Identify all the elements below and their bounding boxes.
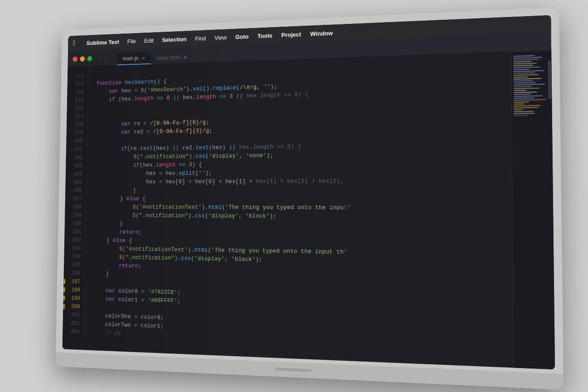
line-num-194: 194 [64,252,85,261]
mini-line [514,111,533,112]
tab-main-js-close[interactable]: ✕ [141,55,145,60]
mini-line [513,62,537,64]
line-num-186: 186 [65,187,86,195]
scrollbar[interactable] [547,51,555,369]
tab-main-js-label: main.js [123,55,138,61]
tab-main-js[interactable]: main.js ✕ [117,52,151,65]
line-num-185: 185 [65,178,86,187]
line-num-201: 201 [63,311,84,320]
line-num-198: 198 [63,285,85,294]
code-line-185: hex = hex[0] + hex[0] + hex[1] + hex[1] … [95,176,512,186]
minimap[interactable] [511,51,555,369]
mini-line [514,72,535,74]
mini-line [514,76,528,78]
line-num-197: 197 [63,277,85,286]
mini-line [514,64,533,66]
tabs-bar: main.js ✕ index.html ✕ [117,46,192,65]
line-num-175: 175 [67,96,88,105]
scroll-thumb[interactable] [548,60,552,99]
mini-line [514,91,537,93]
line-num-203: 203 [62,327,84,336]
line-num-193: 193 [64,244,85,253]
line-num-195: 195 [64,261,85,269]
menu-find[interactable]: Find [195,34,206,41]
mini-line [514,68,530,70]
mini-line [514,85,531,87]
line-num-178: 178 [67,121,87,130]
menu-goto[interactable]: Goto [235,33,249,40]
tab-index-html-label: index.html [157,54,180,61]
line-num-181: 181 [66,145,87,153]
code-line-186: } [95,185,512,194]
menu-selection[interactable]: Selection [162,35,187,43]
line-num-173: 173 [68,80,88,89]
apple-icon:  [73,40,77,47]
mini-line [514,87,539,89]
mini-line [514,107,538,108]
mini-line [514,101,529,102]
line-num-176: 176 [67,104,88,113]
laptop-frame:  Sublime Text File Edit Selection Find … [56,7,564,390]
editor-area: 172 173 174 175 176 177 178 179 180 181 … [62,51,555,369]
code-line-187: } else { [94,194,512,204]
line-num-196: 196 [64,269,85,278]
code-area[interactable]: function hexSearch() { var hex = $('#hex… [84,52,514,368]
mini-line [514,90,526,91]
mini-line [513,58,538,60]
close-button[interactable] [73,56,78,62]
mini-line [514,99,546,101]
menu-file[interactable]: File [127,38,136,45]
mini-line [514,109,523,110]
screen-bezel:  Sublime Text File Edit Selection Find … [62,15,555,369]
traffic-lights [73,56,92,62]
menu-project[interactable]: Project [281,30,301,38]
line-num-180: 180 [66,137,87,145]
menu-edit[interactable]: Edit [144,37,154,44]
nav-arrows: ‹ › [98,54,107,62]
minimap-content [511,51,552,120]
line-num-189: 189 [65,211,85,219]
mini-line [514,83,545,85]
line-num-192: 192 [64,236,85,244]
mini-line [514,113,534,114]
mini-line [514,105,541,106]
line-num-179: 179 [66,129,87,137]
mini-line [514,70,544,72]
tab-index-html-close[interactable]: ✕ [183,55,187,60]
line-num-182: 182 [66,153,86,162]
line-num-187: 187 [65,195,86,203]
line-num-177: 177 [67,113,87,121]
line-num-183: 183 [66,162,86,170]
line-num-184: 184 [66,170,86,178]
menu-window[interactable]: Window [310,29,333,37]
minimize-button[interactable] [80,56,85,61]
menu-app-name[interactable]: Sublime Text [86,38,119,46]
mini-line [514,114,528,116]
mini-line [514,74,539,76]
line-num-202: 202 [63,319,84,328]
mini-line [514,80,533,81]
mini-line [514,97,534,98]
back-arrow-icon[interactable]: ‹ [98,54,102,61]
line-num-200: 200 [63,302,84,312]
forward-arrow-icon[interactable]: › [103,54,107,61]
line-num-188: 188 [65,203,85,211]
line-num-190: 190 [65,219,85,227]
line-num-172: 172 [68,72,88,80]
mini-line [513,55,535,57]
menu-view[interactable]: View [215,34,227,41]
mini-line [514,95,543,97]
menu-tools[interactable]: Tools [257,32,272,39]
trackpad-notch [275,368,311,372]
tab-index-html[interactable]: index.html ✕ [151,51,192,64]
maximize-button[interactable] [87,56,92,61]
mini-line [514,93,531,95]
mini-line [514,82,536,83]
line-num-174: 174 [67,88,88,97]
mini-line [513,57,542,58]
line-num-199: 199 [63,294,85,303]
line-num-191: 191 [64,227,85,236]
mini-line [514,78,542,80]
mini-line [513,61,531,62]
mini-line [514,66,541,68]
